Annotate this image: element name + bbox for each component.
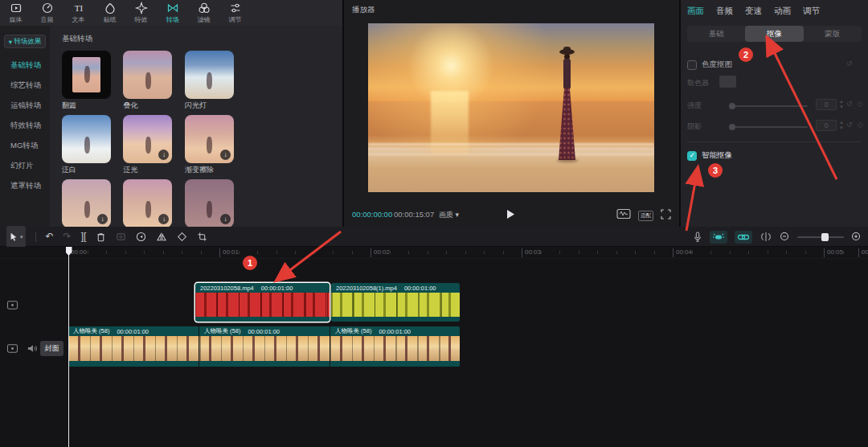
tab-animation[interactable]: 动画 [774, 6, 791, 17]
sidebar-item-camera-transitions[interactable]: 运镜转场 [0, 95, 50, 115]
transition-item[interactable]: 叠化 [123, 51, 172, 112]
tab-speed[interactable]: 变速 [745, 6, 762, 17]
toolbar-item-adjust[interactable]: 调节 [219, 0, 251, 26]
track1-visibility-icon[interactable] [6, 299, 18, 314]
picture-subtabs: 基础 抠像 蒙版 [687, 26, 862, 42]
split-icon[interactable]: ][ [81, 227, 87, 247]
keyframe-icon[interactable]: ◇ [858, 121, 863, 129]
toolbar-item-sticker[interactable]: 贴纸 [94, 0, 125, 26]
freeze-frame-icon[interactable] [116, 232, 126, 242]
magnet-toggle[interactable] [710, 231, 727, 244]
delete-icon[interactable] [96, 232, 106, 243]
track2-visibility-icon[interactable] [6, 342, 18, 357]
toolbar-item-media[interactable]: 媒体 [0, 0, 31, 26]
transition-item[interactable]: 闪光灯 [185, 51, 234, 112]
mirror-icon[interactable] [156, 232, 167, 242]
transition-item[interactable]: 泛白 [62, 115, 111, 176]
undo-icon[interactable]: ↶ [46, 227, 54, 247]
toolbar-item-text[interactable]: TI 文本 [63, 0, 94, 26]
sidebar-item-slideshow[interactable]: 幻灯片 [0, 155, 50, 175]
link-toggle[interactable] [735, 231, 752, 244]
zoom-out-icon[interactable] [780, 232, 790, 242]
shadow-value[interactable]: 0 [816, 120, 837, 131]
strength-value[interactable]: 0 [816, 99, 837, 110]
transition-item[interactable]: ↓ 模糊 [62, 179, 111, 227]
color-swatch[interactable] [719, 76, 736, 88]
main-track-clip[interactable]: 人物唯美 (58) 00:00:01:00 [199, 326, 330, 367]
rotate-icon[interactable] [177, 232, 187, 242]
strength-slider[interactable] [731, 105, 808, 107]
keyframe-icon[interactable]: ◇ [858, 100, 863, 108]
slider-handle[interactable] [729, 124, 735, 130]
sidebar-item-variety-transitions[interactable]: 综艺转场 [0, 75, 50, 95]
sidebar-item-mask-transitions[interactable]: 遮罩转场 [0, 175, 50, 195]
sidebar-item-mg-transitions[interactable]: MG转场 [0, 135, 50, 155]
timeline-tools: ▾ ↶ ↷ ][ [6, 227, 207, 247]
toolbar-item-transition[interactable]: 转场 [157, 0, 188, 26]
crop-icon[interactable] [197, 232, 207, 242]
video-preview[interactable] [368, 23, 654, 192]
main-track-clip[interactable]: 人物唯美 (58) 00:00:01:00 [68, 326, 199, 367]
zoom-slider-handle[interactable] [821, 233, 829, 241]
stepper-icons[interactable]: ▲▼ [839, 120, 844, 131]
download-icon: ↓ [97, 214, 108, 224]
toolbar-item-label: 特效 [135, 15, 148, 24]
microphone-icon[interactable] [693, 231, 702, 243]
play-button[interactable] [505, 208, 516, 224]
tab-audio[interactable]: 音频 [716, 6, 733, 17]
collection-selector[interactable]: ▾ 转场效果 [4, 35, 46, 48]
figure-silhouette [207, 201, 212, 218]
toolbar-divider [35, 232, 36, 242]
ruler-label: 00 [858, 248, 868, 257]
player-controls-bar: 00:00:00:00 00:00:15:07 画质 ▾ 适配 [344, 207, 679, 222]
reset-icon[interactable]: ↺ [846, 121, 853, 129]
timeline-ruler[interactable]: 00:00 00:01 00:02 00:03 00:04 00:05 00 [0, 247, 868, 259]
redo-icon[interactable]: ↷ [63, 227, 72, 247]
section-divider [687, 141, 862, 142]
fullscreen-icon[interactable] [661, 208, 671, 223]
waveform-icon[interactable] [616, 208, 631, 223]
sidebar-item-effect-transitions[interactable]: 特效转场 [0, 115, 50, 135]
sidebar-item-basic-transitions[interactable]: 基础转场 [0, 55, 50, 75]
transition-item[interactable]: ↓ 渐变擦除 [185, 115, 234, 176]
quality-dropdown[interactable]: 画质 ▾ [439, 210, 459, 220]
timeline-clip-red[interactable]: 202203102058.mp4 00:00:01:00 [195, 283, 330, 322]
subtab-matting[interactable]: 抠像 [745, 26, 803, 42]
slider-handle[interactable] [729, 103, 735, 109]
speaker-icon[interactable] [27, 342, 38, 357]
select-tool[interactable]: ▾ [6, 226, 26, 248]
subtab-mask[interactable]: 蒙版 [804, 26, 862, 42]
reset-icon[interactable]: ↺ [846, 100, 853, 108]
timeline-toolbar: ▾ ↶ ↷ ][ [0, 227, 868, 247]
transition-item[interactable]: ↓ [185, 179, 234, 227]
transition-item[interactable]: 翻篇 [62, 51, 111, 112]
zoom-in-icon[interactable] [851, 232, 862, 242]
toolbar-item-audio[interactable]: 音频 [31, 0, 63, 26]
shadow-slider[interactable] [731, 126, 808, 128]
toolbar-item-filter[interactable]: 滤镜 [188, 0, 219, 26]
tab-adjust[interactable]: 调节 [803, 6, 820, 17]
transition-item[interactable]: ↓ 叠加 [123, 179, 172, 227]
smart-matting-checkbox[interactable] [687, 151, 697, 161]
cover-button[interactable]: 封面 [40, 341, 63, 356]
preview-axis-icon[interactable] [760, 232, 772, 242]
reset-icon[interactable]: ↺ [846, 59, 853, 68]
tab-picture[interactable]: 画面 [687, 6, 704, 17]
transition-label: 渐变擦除 [185, 163, 234, 176]
chroma-key-row: 色度抠图 ↺ [687, 58, 862, 74]
clip-duration: 00:00:01:00 [117, 328, 149, 335]
toolbar-item-effects[interactable]: 特效 [125, 0, 157, 26]
clip-name: 202203102058.mp4 [200, 285, 254, 292]
reverse-icon[interactable] [136, 232, 146, 242]
subtab-basic[interactable]: 基础 [687, 26, 745, 42]
chroma-key-checkbox[interactable] [687, 60, 697, 70]
fit-ratio-button[interactable]: 适配 [638, 211, 653, 221]
clip-header: 人物唯美 (58) 00:00:01:00 [330, 326, 460, 336]
stepper-icons[interactable]: ▲▼ [839, 99, 844, 110]
timeline-zoom-slider[interactable] [797, 236, 844, 238]
transition-item[interactable]: ↓ 泛光 [123, 115, 172, 176]
timeline-clip-green[interactable]: 202203102058(1).mp4 00:00:01:00 [331, 283, 460, 322]
main-track-clip[interactable]: 人物唯美 (58) 00:00:01:00 [330, 326, 460, 367]
playhead[interactable] [68, 247, 69, 447]
clip-duration: 00:00:01:00 [248, 328, 280, 335]
